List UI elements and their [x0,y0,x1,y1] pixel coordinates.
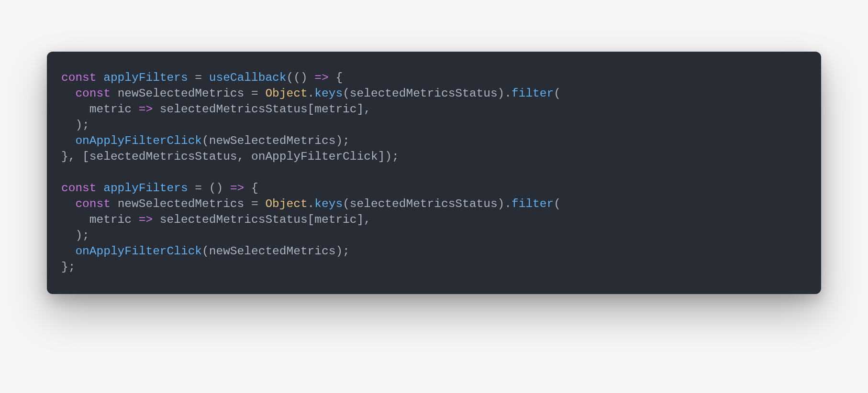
code-token-fn: useCallback [209,71,287,84]
code-token-sp [202,182,209,195]
code-line: ); [61,229,89,242]
code-token-var: selectedMetricsStatus [89,150,237,163]
code-token-cls: Object [265,197,307,210]
code-token-var: onApplyFilterClick [251,150,378,163]
code-token-punc: ], [357,213,371,226]
code-token-punc: . [308,87,315,100]
code-token-kw: const [75,87,111,100]
code-token-var: metric [314,103,356,116]
code-block[interactable]: const applyFilters = useCallback(() => {… [61,70,807,275]
code-token-sp [202,71,209,84]
code-token-var: metric [314,213,356,226]
code-token-sp [61,103,89,116]
code-token-var: selectedMetricsStatus [350,197,498,210]
code-token-punc: ( [343,197,350,210]
code-line: const applyFilters = useCallback(() => { [61,71,343,84]
code-token-sp [97,71,104,84]
code-token-sp [258,197,266,210]
code-token-punc: . [308,197,315,210]
code-line: }, [selectedMetricsStatus, onApplyFilter… [61,150,399,163]
code-token-var: selectedMetricsStatus [160,213,308,226]
code-token-punc: ], [357,103,371,116]
code-token-fn: filter [512,87,554,100]
code-token-punc: (() [287,71,308,84]
code-line: metric => selectedMetricsStatus[metric], [61,213,371,226]
code-token-op: = [251,197,258,210]
code-token-sp [61,134,75,147]
code-token-punc: [ [308,103,315,116]
code-token-sp [132,213,139,226]
code-token-op: = [195,182,202,195]
code-token-sp [153,103,160,116]
code-token-kw: const [61,182,97,195]
code-token-arrow: => [314,71,328,84]
code-token-punc: , [237,150,251,163]
code-token-sp [132,103,139,116]
code-token-sp [329,71,336,84]
code-token-cls: Object [265,87,307,100]
code-token-kw: const [75,197,111,210]
code-token-fn: onApplyFilterClick [75,134,202,147]
code-token-op: = [251,87,258,100]
code-token-sp [244,197,251,210]
code-token-punc: ); [61,229,89,242]
code-line: const applyFilters = () => { [61,182,258,195]
code-token-punc: }; [61,261,75,273]
code-token-sp [223,182,230,195]
code-token-punc: [ [308,213,315,226]
code-token-punc: ( [202,134,209,147]
code-token-sp [61,213,89,226]
code-token-punc: ]); [378,150,399,163]
code-token-fn: filter [512,197,554,210]
code-token-punc: ( [554,197,561,210]
code-token-var: newSelectedMetrics [209,245,336,258]
code-line: }; [61,261,75,273]
code-token-punc: () [209,182,223,195]
code-token-fn: applyFilters [103,182,188,195]
code-line: ); [61,119,89,131]
code-token-var: selectedMetricsStatus [160,103,308,116]
code-token-sp [61,87,75,100]
code-token-punc: ); [61,119,89,131]
code-token-punc: ). [498,87,512,100]
code-token-sp [308,71,315,84]
code-token-var: newSelectedMetrics [118,87,245,100]
code-token-arrow: => [139,103,153,116]
code-token-var: newSelectedMetrics [118,197,245,210]
code-token-punc: ( [343,87,350,100]
code-token-punc: { [335,71,343,84]
code-token-punc: ( [554,87,561,100]
code-line: const newSelectedMetrics = Object.keys(s… [61,87,561,100]
code-token-arrow: => [230,182,244,195]
code-token-punc: ). [498,197,512,210]
code-token-var: selectedMetricsStatus [350,87,498,100]
code-token-sp [153,213,160,226]
code-token-punc: { [251,182,258,195]
code-token-punc: ( [202,245,209,258]
code-token-sp [244,87,251,100]
code-token-fn: applyFilters [103,71,188,84]
code-token-sp [111,197,118,210]
code-token-kw: const [61,71,97,84]
code-line: metric => selectedMetricsStatus[metric], [61,103,371,116]
code-line: onApplyFilterClick(newSelectedMetrics); [61,134,350,147]
code-token-arrow: => [139,213,153,226]
code-token-sp [188,182,195,195]
code-token-punc: ); [335,245,349,258]
code-token-fn: onApplyFilterClick [75,245,202,258]
code-token-sp [258,87,266,100]
code-token-sp [111,87,118,100]
code-token-fn: keys [314,197,343,210]
code-token-punc: }, [ [61,150,89,163]
code-token-sp [244,182,251,195]
code-token-var: metric [89,213,132,226]
code-token-var: metric [89,103,132,116]
code-token-sp [61,197,75,210]
page-stage: const applyFilters = useCallback(() => {… [0,0,868,393]
code-token-op: = [195,71,202,84]
code-card: const applyFilters = useCallback(() => {… [47,52,821,294]
code-line: onApplyFilterClick(newSelectedMetrics); [61,245,350,258]
code-token-fn: keys [314,87,343,100]
code-token-sp [97,182,104,195]
code-token-sp [61,245,75,258]
